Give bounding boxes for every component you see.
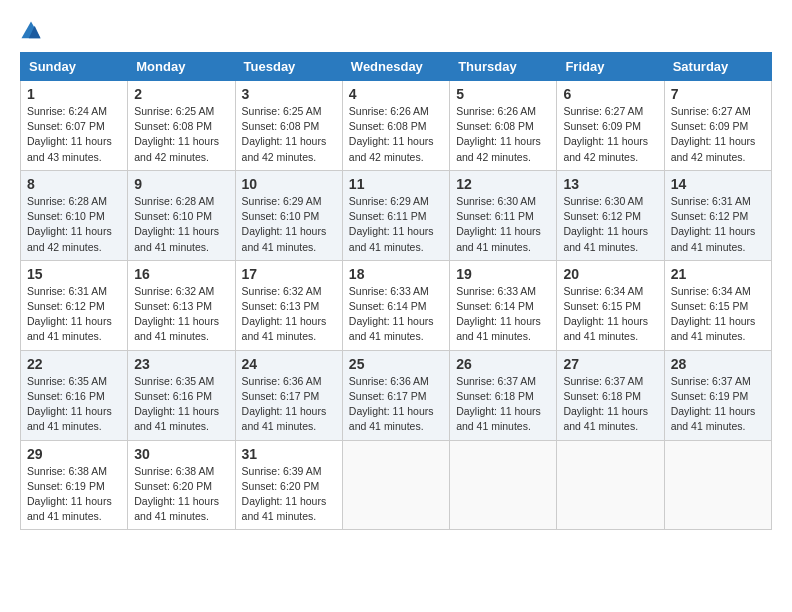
day-number: 18 [349, 266, 443, 282]
day-info: Sunrise: 6:25 AM Sunset: 6:08 PM Dayligh… [242, 104, 336, 165]
header-tuesday: Tuesday [235, 53, 342, 81]
day-info: Sunrise: 6:33 AM Sunset: 6:14 PM Dayligh… [456, 284, 550, 345]
day-number: 2 [134, 86, 228, 102]
day-number: 6 [563, 86, 657, 102]
calendar-cell: 23 Sunrise: 6:35 AM Sunset: 6:16 PM Dayl… [128, 350, 235, 440]
day-info: Sunrise: 6:29 AM Sunset: 6:10 PM Dayligh… [242, 194, 336, 255]
day-number: 12 [456, 176, 550, 192]
day-info: Sunrise: 6:31 AM Sunset: 6:12 PM Dayligh… [27, 284, 121, 345]
day-info: Sunrise: 6:29 AM Sunset: 6:11 PM Dayligh… [349, 194, 443, 255]
logo-icon [20, 20, 42, 42]
calendar-cell: 24 Sunrise: 6:36 AM Sunset: 6:17 PM Dayl… [235, 350, 342, 440]
day-info: Sunrise: 6:28 AM Sunset: 6:10 PM Dayligh… [134, 194, 228, 255]
day-info: Sunrise: 6:34 AM Sunset: 6:15 PM Dayligh… [671, 284, 765, 345]
header [20, 20, 772, 42]
calendar-cell: 28 Sunrise: 6:37 AM Sunset: 6:19 PM Dayl… [664, 350, 771, 440]
calendar-cell: 2 Sunrise: 6:25 AM Sunset: 6:08 PM Dayli… [128, 81, 235, 171]
calendar-cell: 18 Sunrise: 6:33 AM Sunset: 6:14 PM Dayl… [342, 260, 449, 350]
calendar-cell: 30 Sunrise: 6:38 AM Sunset: 6:20 PM Dayl… [128, 440, 235, 530]
day-number: 1 [27, 86, 121, 102]
day-info: Sunrise: 6:36 AM Sunset: 6:17 PM Dayligh… [349, 374, 443, 435]
header-wednesday: Wednesday [342, 53, 449, 81]
day-info: Sunrise: 6:37 AM Sunset: 6:18 PM Dayligh… [563, 374, 657, 435]
week-row-1: 1 Sunrise: 6:24 AM Sunset: 6:07 PM Dayli… [21, 81, 772, 171]
day-info: Sunrise: 6:38 AM Sunset: 6:19 PM Dayligh… [27, 464, 121, 525]
calendar-cell: 31 Sunrise: 6:39 AM Sunset: 6:20 PM Dayl… [235, 440, 342, 530]
calendar-cell: 17 Sunrise: 6:32 AM Sunset: 6:13 PM Dayl… [235, 260, 342, 350]
header-saturday: Saturday [664, 53, 771, 81]
day-info: Sunrise: 6:32 AM Sunset: 6:13 PM Dayligh… [134, 284, 228, 345]
calendar-cell: 5 Sunrise: 6:26 AM Sunset: 6:08 PM Dayli… [450, 81, 557, 171]
day-info: Sunrise: 6:30 AM Sunset: 6:11 PM Dayligh… [456, 194, 550, 255]
week-row-3: 15 Sunrise: 6:31 AM Sunset: 6:12 PM Dayl… [21, 260, 772, 350]
day-number: 5 [456, 86, 550, 102]
week-row-4: 22 Sunrise: 6:35 AM Sunset: 6:16 PM Dayl… [21, 350, 772, 440]
calendar: SundayMondayTuesdayWednesdayThursdayFrid… [20, 52, 772, 530]
day-number: 15 [27, 266, 121, 282]
calendar-cell: 26 Sunrise: 6:37 AM Sunset: 6:18 PM Dayl… [450, 350, 557, 440]
calendar-cell: 3 Sunrise: 6:25 AM Sunset: 6:08 PM Dayli… [235, 81, 342, 171]
day-number: 14 [671, 176, 765, 192]
day-info: Sunrise: 6:35 AM Sunset: 6:16 PM Dayligh… [134, 374, 228, 435]
calendar-cell: 14 Sunrise: 6:31 AM Sunset: 6:12 PM Dayl… [664, 170, 771, 260]
day-number: 8 [27, 176, 121, 192]
calendar-cell [342, 440, 449, 530]
day-info: Sunrise: 6:33 AM Sunset: 6:14 PM Dayligh… [349, 284, 443, 345]
day-number: 20 [563, 266, 657, 282]
header-monday: Monday [128, 53, 235, 81]
calendar-cell: 16 Sunrise: 6:32 AM Sunset: 6:13 PM Dayl… [128, 260, 235, 350]
calendar-cell: 27 Sunrise: 6:37 AM Sunset: 6:18 PM Dayl… [557, 350, 664, 440]
calendar-cell: 11 Sunrise: 6:29 AM Sunset: 6:11 PM Dayl… [342, 170, 449, 260]
calendar-cell [557, 440, 664, 530]
calendar-cell: 19 Sunrise: 6:33 AM Sunset: 6:14 PM Dayl… [450, 260, 557, 350]
calendar-cell: 4 Sunrise: 6:26 AM Sunset: 6:08 PM Dayli… [342, 81, 449, 171]
day-number: 22 [27, 356, 121, 372]
day-number: 29 [27, 446, 121, 462]
day-info: Sunrise: 6:39 AM Sunset: 6:20 PM Dayligh… [242, 464, 336, 525]
day-number: 11 [349, 176, 443, 192]
calendar-cell: 20 Sunrise: 6:34 AM Sunset: 6:15 PM Dayl… [557, 260, 664, 350]
week-row-2: 8 Sunrise: 6:28 AM Sunset: 6:10 PM Dayli… [21, 170, 772, 260]
calendar-cell: 29 Sunrise: 6:38 AM Sunset: 6:19 PM Dayl… [21, 440, 128, 530]
day-number: 30 [134, 446, 228, 462]
day-number: 23 [134, 356, 228, 372]
calendar-body: 1 Sunrise: 6:24 AM Sunset: 6:07 PM Dayli… [21, 81, 772, 530]
day-info: Sunrise: 6:24 AM Sunset: 6:07 PM Dayligh… [27, 104, 121, 165]
day-number: 25 [349, 356, 443, 372]
calendar-cell [450, 440, 557, 530]
week-row-5: 29 Sunrise: 6:38 AM Sunset: 6:19 PM Dayl… [21, 440, 772, 530]
calendar-cell: 25 Sunrise: 6:36 AM Sunset: 6:17 PM Dayl… [342, 350, 449, 440]
calendar-cell: 9 Sunrise: 6:28 AM Sunset: 6:10 PM Dayli… [128, 170, 235, 260]
day-info: Sunrise: 6:27 AM Sunset: 6:09 PM Dayligh… [563, 104, 657, 165]
day-number: 17 [242, 266, 336, 282]
calendar-cell: 21 Sunrise: 6:34 AM Sunset: 6:15 PM Dayl… [664, 260, 771, 350]
header-friday: Friday [557, 53, 664, 81]
day-info: Sunrise: 6:28 AM Sunset: 6:10 PM Dayligh… [27, 194, 121, 255]
day-number: 26 [456, 356, 550, 372]
day-info: Sunrise: 6:37 AM Sunset: 6:19 PM Dayligh… [671, 374, 765, 435]
header-sunday: Sunday [21, 53, 128, 81]
calendar-cell: 15 Sunrise: 6:31 AM Sunset: 6:12 PM Dayl… [21, 260, 128, 350]
day-info: Sunrise: 6:25 AM Sunset: 6:08 PM Dayligh… [134, 104, 228, 165]
logo [20, 20, 46, 42]
day-number: 31 [242, 446, 336, 462]
day-info: Sunrise: 6:34 AM Sunset: 6:15 PM Dayligh… [563, 284, 657, 345]
calendar-cell: 12 Sunrise: 6:30 AM Sunset: 6:11 PM Dayl… [450, 170, 557, 260]
day-number: 3 [242, 86, 336, 102]
day-info: Sunrise: 6:30 AM Sunset: 6:12 PM Dayligh… [563, 194, 657, 255]
day-info: Sunrise: 6:36 AM Sunset: 6:17 PM Dayligh… [242, 374, 336, 435]
day-info: Sunrise: 6:32 AM Sunset: 6:13 PM Dayligh… [242, 284, 336, 345]
day-info: Sunrise: 6:38 AM Sunset: 6:20 PM Dayligh… [134, 464, 228, 525]
day-number: 19 [456, 266, 550, 282]
day-info: Sunrise: 6:27 AM Sunset: 6:09 PM Dayligh… [671, 104, 765, 165]
day-number: 13 [563, 176, 657, 192]
day-number: 28 [671, 356, 765, 372]
day-number: 27 [563, 356, 657, 372]
day-info: Sunrise: 6:37 AM Sunset: 6:18 PM Dayligh… [456, 374, 550, 435]
calendar-header-row: SundayMondayTuesdayWednesdayThursdayFrid… [21, 53, 772, 81]
day-number: 21 [671, 266, 765, 282]
calendar-cell: 7 Sunrise: 6:27 AM Sunset: 6:09 PM Dayli… [664, 81, 771, 171]
calendar-cell [664, 440, 771, 530]
day-number: 16 [134, 266, 228, 282]
calendar-cell: 13 Sunrise: 6:30 AM Sunset: 6:12 PM Dayl… [557, 170, 664, 260]
